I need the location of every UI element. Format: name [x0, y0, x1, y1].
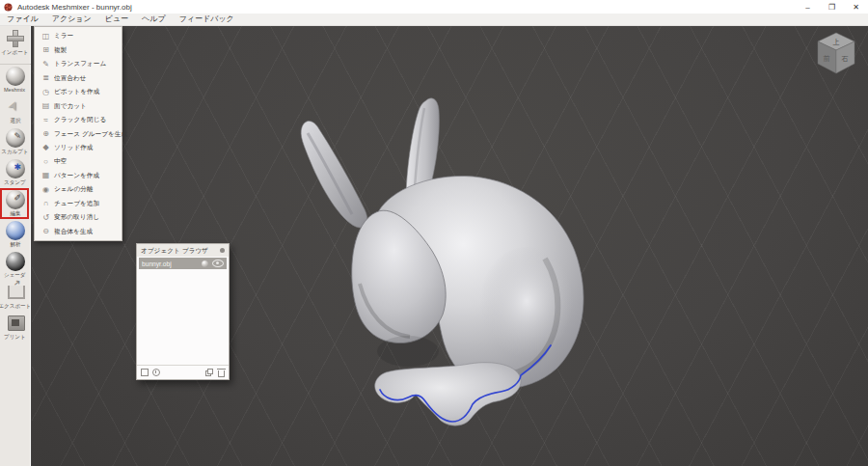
- print-icon: [8, 315, 25, 331]
- object-browser-panel: オブジェクト ブラウザ bunnyr.obj: [136, 243, 230, 380]
- tool-import[interactable]: インポート: [0, 29, 31, 65]
- menu-file[interactable]: ファイル: [0, 14, 45, 25]
- add-tube-icon: ∩: [38, 199, 54, 207]
- panel-pin-icon[interactable]: [220, 248, 225, 253]
- tool-stamp[interactable]: ✱ スタンプ: [0, 159, 31, 190]
- edit-tool-menu: ◫ミラー ⊞複製 ✎トランスフォーム ≣位置合わせ ◷ピボットを作成 ▤面でカッ…: [34, 26, 122, 241]
- tool-meshmix[interactable]: Meshmix: [0, 67, 31, 97]
- duplicate-icon: ⊞: [38, 45, 54, 54]
- menu-item-generate-complexes[interactable]: ⊖複合体を生成: [35, 225, 122, 238]
- tool-edit[interactable]: ✐ 編集: [0, 190, 31, 221]
- export-icon: [8, 286, 25, 299]
- align-icon: ≣: [38, 73, 54, 82]
- menu-bar: ファイル アクション ビュー ヘルプ フィードバック: [0, 14, 868, 26]
- unwrap-icon: ↺: [38, 213, 54, 222]
- menu-item-unwrap[interactable]: ↺変形の取り消し: [35, 210, 122, 224]
- object-row-bunny[interactable]: bunnyr.obj: [139, 258, 227, 269]
- sculpt-brush-icon: ✎: [14, 131, 22, 141]
- menu-item-add-tube[interactable]: ∩チューブを追加: [35, 197, 122, 210]
- object-list-area[interactable]: [137, 270, 229, 365]
- menu-item-separate-shells[interactable]: ◉シェルの分離: [35, 182, 122, 196]
- transform-icon: ✎: [38, 60, 54, 69]
- stamp-icon: ✱: [14, 162, 22, 172]
- tool-sidebar: インポート Meshmix ➤ 選択 ✎ スカルプト ✱ スタンプ ✐ 編集 解…: [0, 25, 31, 466]
- tool-select[interactable]: ➤ 選択: [0, 97, 31, 128]
- meshmixer-logo-icon: [4, 3, 13, 12]
- title-bar: Autodesk Meshmixer - bunnyr.obj – ❐ ✕: [0, 0, 868, 14]
- bunny-mesh-model[interactable]: [292, 93, 601, 430]
- import-plus-icon: [7, 30, 24, 47]
- separate-shells-icon: ◉: [38, 185, 54, 194]
- mirror-icon: ◫: [38, 32, 54, 41]
- menu-view[interactable]: ビュー: [98, 14, 135, 25]
- menu-item-transform[interactable]: ✎トランスフォーム: [35, 57, 122, 70]
- menu-item-create-pivot[interactable]: ◷ピボットを作成: [35, 85, 122, 98]
- menu-item-make-solid[interactable]: ◆ソリッド作成: [35, 141, 122, 154]
- viewcube-front-label: 前: [824, 55, 830, 62]
- view-cube[interactable]: 上 前 右: [814, 31, 858, 79]
- shader-sphere-icon: [6, 252, 25, 271]
- tool-analysis[interactable]: 解析: [0, 221, 31, 252]
- menu-feedback[interactable]: フィードバック: [173, 14, 241, 25]
- menu-item-mirror[interactable]: ◫ミラー: [35, 29, 122, 42]
- meshmix-sphere-icon: [6, 67, 25, 86]
- menu-item-generate-face-groups[interactable]: ⊕フェース グループを生成: [35, 126, 122, 140]
- bunny-feet: [375, 363, 521, 425]
- make-solid-icon: ◆: [38, 143, 54, 151]
- tool-export[interactable]: エクスポート: [0, 283, 31, 314]
- analysis-sphere-icon: [6, 221, 25, 240]
- plane-cut-icon: ▤: [38, 101, 54, 110]
- viewcube-right-label: 右: [842, 55, 849, 63]
- object-shader-icon[interactable]: [202, 260, 208, 267]
- hollow-icon: ○: [38, 157, 54, 166]
- window-title: Autodesk Meshmixer - bunnyr.obj: [17, 3, 132, 12]
- select-cursor-icon: ➤: [4, 97, 21, 113]
- tool-print[interactable]: プリント: [0, 314, 31, 344]
- pattern-icon: ▦: [38, 171, 54, 179]
- duplicate-object-icon[interactable]: [205, 369, 213, 376]
- menu-item-duplicate[interactable]: ⊞複製: [35, 42, 122, 56]
- close-button[interactable]: ✕: [844, 0, 868, 14]
- menu-help[interactable]: ヘルプ: [135, 14, 173, 25]
- object-browser-footer: [137, 365, 229, 379]
- face-groups-icon: ⊕: [38, 129, 54, 138]
- menu-item-close-cracks[interactable]: ≈クラックを閉じる: [35, 113, 122, 126]
- edit-tool-highlight-box: [0, 188, 29, 219]
- pivot-icon: ◷: [38, 88, 54, 96]
- menu-item-hollow[interactable]: ○中空: [35, 154, 122, 168]
- delete-object-icon[interactable]: [218, 369, 225, 377]
- object-name: bunnyr.obj: [142, 260, 199, 267]
- object-browser-title: オブジェクト ブラウザ: [141, 246, 208, 256]
- viewcube-top-label: 上: [833, 39, 840, 45]
- tool-sculpt[interactable]: ✎ スカルプト: [0, 128, 31, 159]
- menu-actions[interactable]: アクション: [45, 14, 98, 25]
- maximize-button[interactable]: ❐: [820, 0, 844, 14]
- menu-item-make-pattern[interactable]: ▦パターンを作成: [35, 169, 122, 182]
- menu-item-align[interactable]: ≣位置合わせ: [35, 70, 122, 84]
- bounding-box-icon[interactable]: [141, 369, 149, 376]
- minimize-button[interactable]: –: [796, 0, 820, 14]
- object-browser-header[interactable]: オブジェクト ブラウザ: [137, 244, 229, 257]
- visibility-eye-icon[interactable]: [212, 260, 224, 267]
- complexes-icon: ⊖: [38, 227, 54, 235]
- pivot-frame-icon[interactable]: [152, 369, 160, 376]
- menu-item-plane-cut[interactable]: ▤面でカット: [35, 98, 122, 112]
- close-cracks-icon: ≈: [38, 116, 54, 124]
